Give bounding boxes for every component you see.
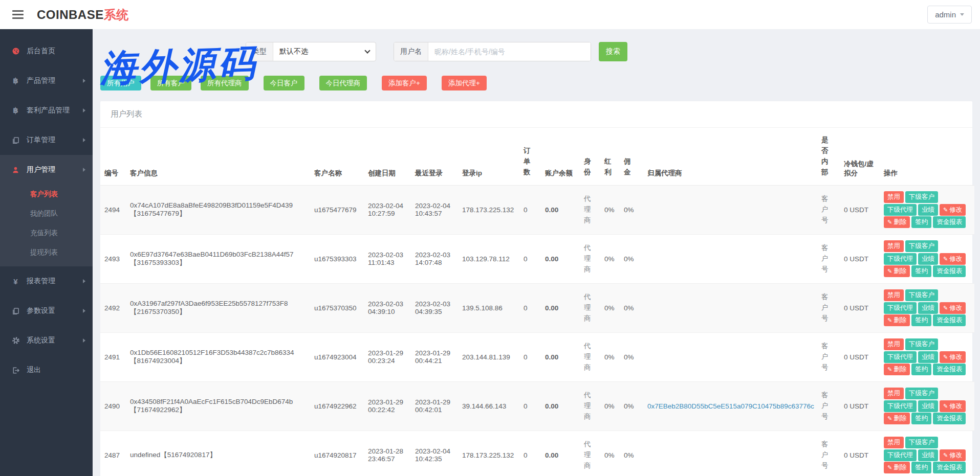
search-button[interactable]: 搜索 bbox=[599, 42, 627, 61]
sidebar-item-reports[interactable]: ¥报表管理 bbox=[0, 266, 93, 296]
cell-balance: 0.00 bbox=[541, 381, 580, 430]
action-disable-button[interactable]: 禁用 bbox=[884, 338, 904, 350]
quick-button-add-agent[interactable]: 添加代理+ bbox=[442, 76, 487, 90]
action-sign-button[interactable]: 签约 bbox=[911, 216, 931, 228]
type-filter-group: 类型 默认不选 bbox=[246, 42, 376, 61]
action-edit-button[interactable]: ✎修改 bbox=[940, 351, 966, 363]
quick-button-all-clients[interactable]: 所有客户 bbox=[150, 76, 191, 90]
sidebar-item-system[interactable]: 系统设置 bbox=[0, 326, 93, 355]
cell-client-info: 0x1Db56E1608210512F16F3D53b44387c2c7b863… bbox=[126, 332, 310, 381]
action-disable-button[interactable]: 禁用 bbox=[884, 240, 904, 252]
cell-balance: 0.00 bbox=[541, 283, 580, 332]
brand-text: COINBASE bbox=[37, 8, 104, 21]
action-sub-agents-button[interactable]: 下级代理 bbox=[884, 449, 917, 461]
action-edit-button[interactable]: ✎修改 bbox=[940, 204, 966, 216]
sidebar-subitem-withdraw-list[interactable]: 提现列表 bbox=[0, 243, 93, 262]
action-delete-button[interactable]: ✎删除 bbox=[884, 216, 910, 228]
cell-login-ip: 139.5.108.86 bbox=[458, 283, 519, 332]
cell-id: 2490 bbox=[100, 381, 126, 430]
brand-logo[interactable]: COINBASE系统 bbox=[37, 7, 129, 23]
action-sub-clients-button[interactable]: 下级客户 bbox=[905, 240, 938, 252]
action-sub-agents-button[interactable]: 下级代理 bbox=[884, 204, 917, 216]
pencil-icon: ✎ bbox=[887, 219, 892, 225]
quick-button-today-agents[interactable]: 今日代理商 bbox=[319, 76, 367, 90]
action-sign-button[interactable]: 签约 bbox=[911, 265, 931, 277]
sidebar-item-logout[interactable]: 退出 bbox=[0, 355, 93, 385]
action-performance-button[interactable]: 业绩 bbox=[918, 449, 938, 461]
action-delete-button[interactable]: ✎删除 bbox=[884, 364, 910, 375]
action-sign-button[interactable]: 签约 bbox=[911, 364, 931, 375]
quick-button-all-agents[interactable]: 所有代理商 bbox=[201, 76, 249, 90]
cell-internal: 客户号 bbox=[817, 234, 840, 283]
sidebar-item-arbitrage-products[interactable]: ฿套利产品管理 bbox=[0, 96, 93, 125]
cell-last-login: 2023-02-03 14:07:48 bbox=[411, 234, 458, 283]
pencil-icon: ✎ bbox=[887, 317, 892, 324]
action-sub-agents-button[interactable]: 下级代理 bbox=[884, 253, 917, 265]
action-sub-clients-button[interactable]: 下级客户 bbox=[905, 388, 938, 399]
action-disable-button[interactable]: 禁用 bbox=[884, 388, 904, 399]
chevron-down-icon bbox=[364, 48, 370, 53]
admin-menu-button[interactable]: admin bbox=[927, 6, 972, 24]
action-sub-clients-button[interactable]: 下级客户 bbox=[905, 437, 938, 448]
cell-client-info: 0xA31967af297fA3Dae6f953EE25b5578127f753… bbox=[126, 283, 310, 332]
cell-commission: 0% bbox=[620, 234, 643, 283]
sidebar-item-products[interactable]: ฿产品管理 bbox=[0, 66, 93, 96]
username-input[interactable] bbox=[428, 42, 591, 61]
action-delete-button[interactable]: ✎删除 bbox=[884, 413, 910, 424]
action-sub-agents-button[interactable]: 下级代理 bbox=[884, 302, 917, 314]
cell-actions: 禁用下级客户下级代理业绩✎修改✎删除签约资金报表 bbox=[880, 234, 974, 283]
sidebar-subitem-my-team[interactable]: 我的团队 bbox=[0, 204, 93, 223]
action-edit-button[interactable]: ✎修改 bbox=[940, 302, 966, 314]
type-select[interactable]: 默认不选 bbox=[273, 42, 376, 61]
action-edit-button[interactable]: ✎修改 bbox=[940, 400, 966, 412]
cell-login-ip: 178.173.225.132 bbox=[458, 185, 519, 234]
action-fund-report-button[interactable]: 资金报表 bbox=[933, 216, 966, 228]
user-table: 编号客户信息客户名称创建日期最近登录登录ip订单数账户余额身份红利佣金归属代理商… bbox=[100, 128, 974, 476]
cell-commission: 0% bbox=[620, 332, 643, 381]
action-fund-report-button[interactable]: 资金报表 bbox=[933, 413, 966, 424]
sidebar-subitem-recharge-list[interactable]: 充值列表 bbox=[0, 223, 93, 243]
action-disable-button[interactable]: 禁用 bbox=[884, 289, 904, 301]
action-sub-clients-button[interactable]: 下级客户 bbox=[905, 338, 938, 350]
agent-link[interactable]: 0x7EBeb2B80D55bC5eE515a079C10475b89c6377… bbox=[647, 402, 814, 410]
action-delete-button[interactable]: ✎删除 bbox=[884, 314, 910, 326]
action-sign-button[interactable]: 签约 bbox=[911, 462, 931, 473]
action-edit-button[interactable]: ✎修改 bbox=[940, 253, 966, 265]
action-fund-report-button[interactable]: 资金报表 bbox=[933, 314, 966, 326]
sidebar-item-users[interactable]: 用户管理 bbox=[0, 155, 93, 185]
cell-identity: 代理商 bbox=[580, 430, 600, 476]
quick-button-add-client[interactable]: 添加客户+ bbox=[382, 76, 427, 90]
action-fund-report-button[interactable]: 资金报表 bbox=[933, 462, 966, 473]
action-performance-button[interactable]: 业绩 bbox=[918, 253, 938, 265]
menu-toggle-icon[interactable] bbox=[10, 8, 26, 21]
table-row: 2494 0x74cA107dE8a8aBfeE498209B3fD01159e… bbox=[100, 185, 974, 234]
sidebar-item-home[interactable]: 后台首页 bbox=[0, 36, 93, 66]
action-disable-button[interactable]: 禁用 bbox=[884, 437, 904, 448]
action-sub-agents-button[interactable]: 下级代理 bbox=[884, 400, 917, 412]
action-sign-button[interactable]: 签约 bbox=[911, 413, 931, 424]
action-performance-button[interactable]: 业绩 bbox=[918, 302, 938, 314]
action-performance-button[interactable]: 业绩 bbox=[918, 204, 938, 216]
cell-last-login: 2023-02-04 10:43:57 bbox=[411, 185, 458, 234]
action-disable-button[interactable]: 禁用 bbox=[884, 191, 904, 203]
action-performance-button[interactable]: 业绩 bbox=[918, 400, 938, 412]
sidebar-item-orders[interactable]: 订单管理 bbox=[0, 125, 93, 155]
column-header: 客户信息 bbox=[126, 128, 310, 185]
action-sign-button[interactable]: 签约 bbox=[911, 314, 931, 326]
cell-created-date: 2023-02-03 04:39:10 bbox=[364, 283, 411, 332]
quick-button-today-clients[interactable]: 今日客户 bbox=[264, 76, 304, 90]
action-performance-button[interactable]: 业绩 bbox=[918, 351, 938, 363]
action-sub-agents-button[interactable]: 下级代理 bbox=[884, 351, 917, 363]
action-delete-button[interactable]: ✎删除 bbox=[884, 265, 910, 277]
sidebar-item-params[interactable]: 参数设置 bbox=[0, 296, 93, 326]
quick-button-all-users[interactable]: 所有用户 bbox=[100, 76, 141, 90]
action-fund-report-button[interactable]: 资金报表 bbox=[933, 265, 966, 277]
action-sub-clients-button[interactable]: 下级客户 bbox=[905, 289, 938, 301]
action-fund-report-button[interactable]: 资金报表 bbox=[933, 364, 966, 375]
action-delete-button[interactable]: ✎删除 bbox=[884, 462, 910, 473]
action-edit-button[interactable]: ✎修改 bbox=[940, 449, 966, 461]
yen-icon: ¥ bbox=[11, 277, 20, 286]
cell-client-name: u1674922962 bbox=[310, 381, 364, 430]
action-sub-clients-button[interactable]: 下级客户 bbox=[905, 191, 938, 203]
sidebar-subitem-client-list[interactable]: 客户列表 bbox=[0, 185, 93, 204]
